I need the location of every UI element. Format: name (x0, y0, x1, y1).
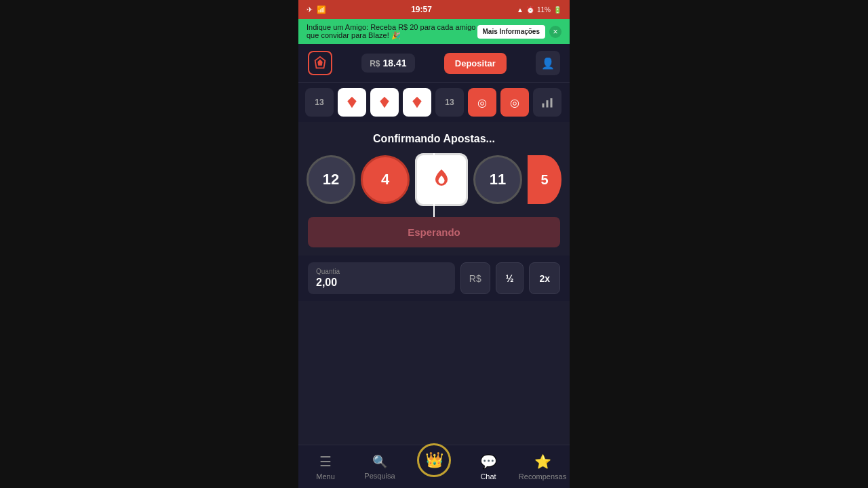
alarm-icon: ⏰ (526, 6, 534, 14)
game-icon-stats[interactable] (533, 88, 561, 117)
chat-icon: 💬 (480, 453, 497, 470)
banner-text: Indique um Amigo: Receba R$ 20 para cada… (307, 23, 477, 40)
roulette-item-4: 4 (361, 155, 410, 204)
roulette-item-11: 11 (473, 155, 522, 204)
svg-rect-2 (551, 98, 553, 108)
battery-text: 11% (537, 6, 551, 14)
airplane-icon: ✈ (307, 5, 313, 14)
svg-rect-0 (542, 104, 545, 108)
status-right: ▲ ⏰ 11% 🔋 (517, 6, 561, 14)
app-header: R$18.41 Depositar 👤 (298, 44, 570, 83)
signal-icon: ▲ (517, 6, 524, 14)
game-icon-3[interactable] (370, 88, 399, 117)
user-icon: 👤 (541, 57, 555, 70)
game-icon-5[interactable]: 13 (435, 88, 464, 117)
battery-icon: 🔋 (553, 6, 561, 14)
currency-badge: R$ (460, 262, 490, 294)
svg-rect-1 (547, 100, 549, 108)
quantity-label: Quantia (316, 268, 447, 275)
game-icon-4[interactable] (403, 88, 431, 117)
search-icon: 🔍 (372, 454, 387, 469)
roulette-center-line (433, 153, 435, 217)
nav-chat[interactable]: 💬 Chat (461, 445, 515, 488)
quantity-value: 2,00 (316, 277, 337, 288)
nav-pesquisa-label: Pesquisa (364, 472, 395, 480)
logo (308, 51, 332, 75)
game-icon-7[interactable]: ◎ (500, 88, 529, 117)
nav-menu[interactable]: ☰ Menu (298, 445, 353, 488)
balance-value: 18.41 (383, 58, 407, 68)
menu-icon: ☰ (319, 453, 332, 470)
status-time: 19:57 (411, 5, 432, 14)
crown-icon: 👑 (417, 443, 451, 477)
nav-pesquisa[interactable]: 🔍 Pesquisa (353, 445, 407, 488)
half-button[interactable]: ½ (496, 262, 524, 294)
game-icon-6[interactable]: ◎ (468, 88, 496, 117)
main-content: Confirmando Apostas... 12 4 (298, 122, 570, 445)
nav-chat-label: Chat (480, 472, 496, 481)
waiting-button: Esperando (308, 217, 560, 247)
game-icons-row: 13 13 ◎ ◎ (298, 83, 570, 122)
wifi-icon: 📶 (317, 5, 326, 14)
game-icon-2[interactable] (338, 88, 366, 117)
deposit-button[interactable]: Depositar (444, 53, 507, 74)
bet-controls: Quantia 2,00 R$ ½ 2x (298, 256, 570, 301)
nav-recompensas-label: Recompensas (519, 472, 566, 481)
currency-label: R$ (370, 59, 380, 68)
nav-home[interactable]: 👑 (407, 439, 461, 481)
balance-display: R$18.41 (361, 54, 414, 73)
roulette-item-12: 12 (307, 155, 355, 204)
user-profile-button[interactable]: 👤 (536, 51, 560, 75)
status-left: ✈ 📶 (307, 5, 326, 14)
more-info-button[interactable]: Mais Informações (477, 25, 545, 39)
promo-banner: Indique um Amigo: Receba R$ 20 para cada… (298, 19, 570, 44)
roulette-item-5: 5 (528, 155, 561, 204)
confirming-text: Confirmando Apostas... (298, 122, 570, 153)
roulette-area: 12 4 11 5 (298, 153, 570, 217)
rewards-icon: ⭐ (534, 453, 551, 470)
double-button[interactable]: 2x (529, 262, 560, 294)
game-icon-1[interactable]: 13 (305, 88, 334, 117)
bottom-nav: ☰ Menu 🔍 Pesquisa 👑 💬 Chat ⭐ Recompensas (298, 445, 570, 488)
nav-menu-label: Menu (316, 472, 335, 481)
roulette-item-flame (415, 153, 468, 206)
banner-close-button[interactable]: × (549, 26, 561, 38)
nav-recompensas[interactable]: ⭐ Recompensas (515, 445, 570, 488)
status-bar: ✈ 📶 19:57 ▲ ⏰ 11% 🔋 (298, 0, 570, 19)
quantity-field[interactable]: Quantia 2,00 (308, 262, 455, 294)
